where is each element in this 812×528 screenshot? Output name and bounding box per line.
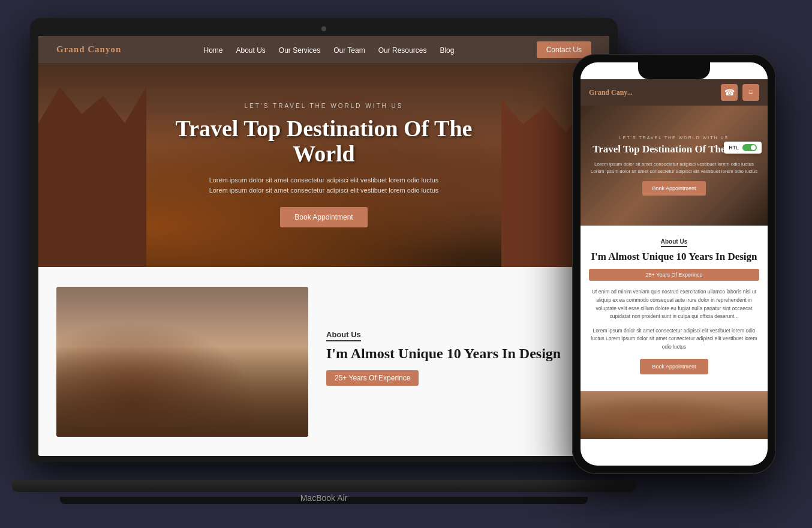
phone-navbar: Grand Cany... ☎ ≡ [581, 79, 768, 106]
website-navbar: Grand Canyon Home About Us Our Services … [38, 36, 609, 63]
macbook-body: Grand Canyon Home About Us Our Services … [30, 18, 618, 462]
nav-item-services[interactable]: Our Services [279, 44, 320, 55]
phone-about-label: About Us [661, 238, 687, 247]
phone-about-badge: 25+ Years Of Experince [589, 269, 759, 281]
nav-link-resources[interactable]: Our Resources [378, 46, 427, 55]
menu-icon: ≡ [748, 88, 753, 97]
phone-about-cta-button[interactable]: Book Appointment [640, 359, 708, 374]
scene: Grand Canyon Home About Us Our Services … [0, 0, 812, 528]
website-logo: Grand Canyon [56, 44, 121, 55]
macbook-model-label: MacBook Air [60, 493, 588, 504]
phone-notch [638, 62, 710, 79]
phone-about-section: About Us I'm Almost Unique 10 Years In D… [581, 226, 768, 391]
phone-bottom-image [581, 391, 768, 439]
hero-content: LET'S TRAVEL THE WORLD WITH US Travel To… [174, 103, 474, 227]
phone-nav-icons: ☎ ≡ [721, 84, 759, 101]
phone-logo: Grand Cany... [589, 88, 633, 97]
nav-item-resources[interactable]: Our Resources [378, 44, 427, 55]
about-label: About Us [326, 330, 361, 341]
rtl-label: RTL [729, 145, 739, 151]
nav-link-blog[interactable]: Blog [440, 46, 454, 55]
nav-item-about[interactable]: About Us [236, 44, 266, 55]
phone-device: Grand Cany... ☎ ≡ LET'S TRAVEL THE WORLD… [572, 54, 776, 474]
macbook-camera [321, 26, 326, 31]
nav-item-home[interactable]: Home [203, 44, 222, 55]
nav-links: Home About Us Our Services Our Team Our … [203, 44, 454, 55]
phone-hero-section: LET'S TRAVEL THE WORLD WITH US Travel To… [581, 106, 768, 226]
about-title: I'm Almost Unique 10 Years In Design [326, 345, 591, 362]
macbook-device: Grand Canyon Home About Us Our Services … [30, 18, 618, 510]
hero-title: Travel Top Destination Of The World [174, 116, 474, 167]
phone-about-title: I'm Almost Unique 10 Years In Design [589, 251, 759, 263]
nav-item-blog[interactable]: Blog [440, 44, 454, 55]
phone-hero-cta-button[interactable]: Book Appointment [642, 181, 705, 196]
about-badge: 25+ Years Of Experince [326, 370, 419, 386]
phone-about-description-1: Ut enim ad minim veniam quis nostrud exe… [589, 288, 759, 320]
macbook-base [12, 480, 636, 492]
macbook-foot: MacBook Air [60, 497, 588, 504]
nav-link-home[interactable]: Home [203, 46, 222, 55]
nav-item-team[interactable]: Our Team [333, 44, 365, 55]
nav-link-team[interactable]: Our Team [333, 46, 365, 55]
about-section: About Us I'm Almost Unique 10 Years In D… [38, 267, 609, 456]
hero-section: LET'S TRAVEL THE WORLD WITH US Travel To… [38, 63, 609, 267]
phone-call-button[interactable]: ☎ [721, 84, 738, 101]
phone-icon: ☎ [724, 88, 735, 98]
about-content: About Us I'm Almost Unique 10 Years In D… [326, 329, 591, 395]
rtl-toggle[interactable]: RTL [724, 142, 762, 154]
macbook-screen: Grand Canyon Home About Us Our Services … [38, 36, 609, 456]
hero-subtitle: LET'S TRAVEL THE WORLD WITH US [174, 103, 474, 109]
phone-body: Grand Cany... ☎ ≡ LET'S TRAVEL THE WORLD… [572, 54, 776, 474]
phone-hero-subtitle: LET'S TRAVEL THE WORLD WITH US [619, 136, 729, 140]
nav-link-services[interactable]: Our Services [279, 46, 320, 55]
rtl-switch[interactable] [742, 144, 757, 151]
phone-menu-button[interactable]: ≡ [742, 84, 759, 101]
hero-description: Lorem ipsum dolor sit amet consectetur a… [204, 175, 444, 196]
hero-cta-button[interactable]: Book Appointment [280, 207, 367, 227]
phone-screen: Grand Cany... ☎ ≡ LET'S TRAVEL THE WORLD… [581, 62, 768, 466]
phone-about-description-2: Lorem ipsum dolor sit amet consectetur a… [589, 327, 759, 352]
about-image [56, 287, 308, 437]
nav-link-about[interactable]: About Us [236, 46, 266, 55]
phone-hero-description: Lorem ipsum dolor sit amet consectetur a… [590, 161, 758, 175]
